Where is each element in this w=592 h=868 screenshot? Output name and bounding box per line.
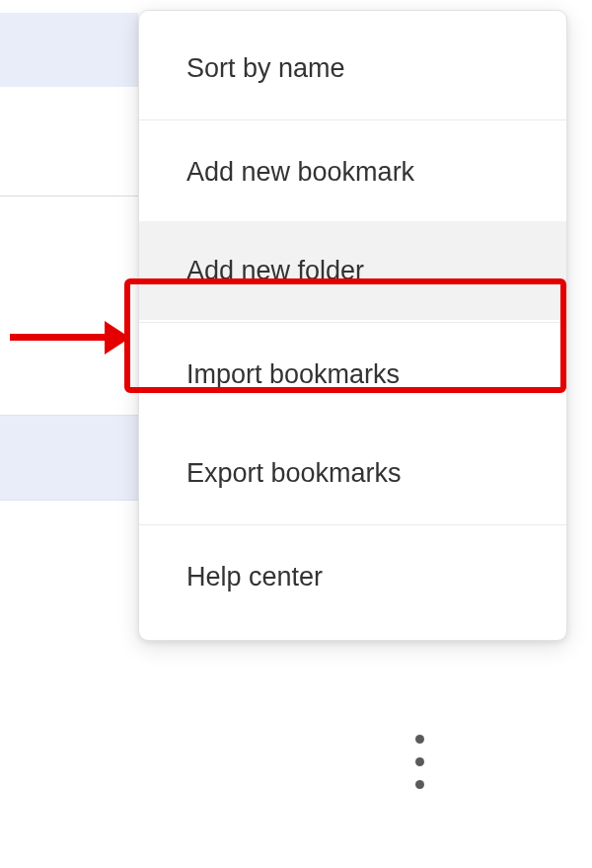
menu-separator [139, 119, 566, 120]
menu-item-sort-by-name[interactable]: Sort by name [139, 19, 566, 118]
menu-item-import-bookmarks[interactable]: Import bookmarks [139, 325, 566, 424]
more-options-icon[interactable] [405, 735, 434, 789]
bookmarks-context-menu: Sort by name Add new bookmark Add new fo… [138, 10, 567, 641]
menu-item-help-center[interactable]: Help center [139, 527, 566, 626]
background-highlight-mid [0, 415, 138, 501]
annotation-arrow-icon [10, 327, 128, 347]
background-divider [0, 196, 138, 197]
menu-item-label: Sort by name [186, 53, 345, 84]
menu-item-label: Import bookmarks [186, 359, 400, 390]
background-highlight-top [0, 13, 138, 87]
menu-item-label: Add new bookmark [186, 157, 414, 188]
menu-item-label: Help center [186, 562, 323, 592]
menu-separator [139, 524, 566, 525]
menu-item-add-new-folder[interactable]: Add new folder [139, 221, 566, 320]
menu-item-label: Add new folder [186, 256, 364, 286]
menu-item-export-bookmarks[interactable]: Export bookmarks [139, 424, 566, 522]
menu-item-label: Export bookmarks [186, 458, 402, 489]
menu-separator [139, 322, 566, 323]
menu-item-add-new-bookmark[interactable]: Add new bookmark [139, 122, 566, 221]
